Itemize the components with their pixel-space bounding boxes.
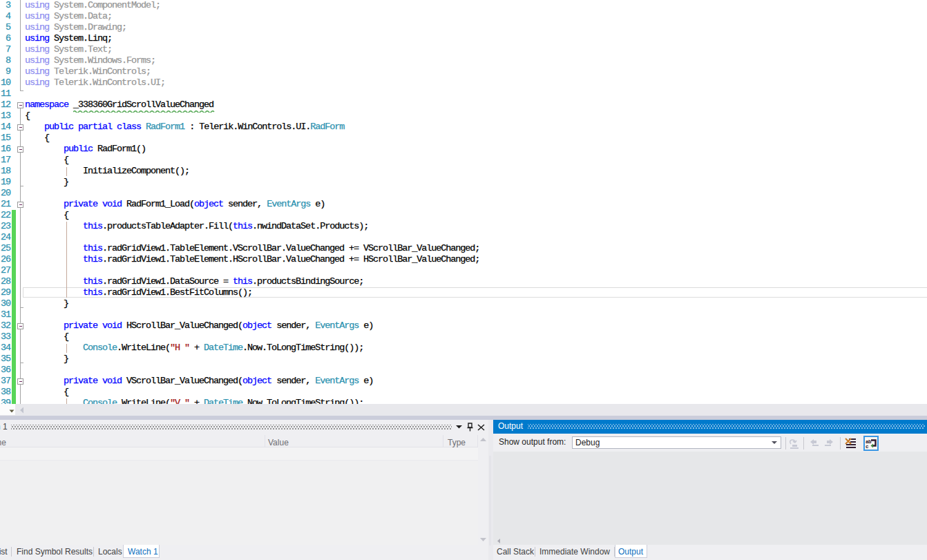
svg-text:c: c: [866, 444, 869, 449]
